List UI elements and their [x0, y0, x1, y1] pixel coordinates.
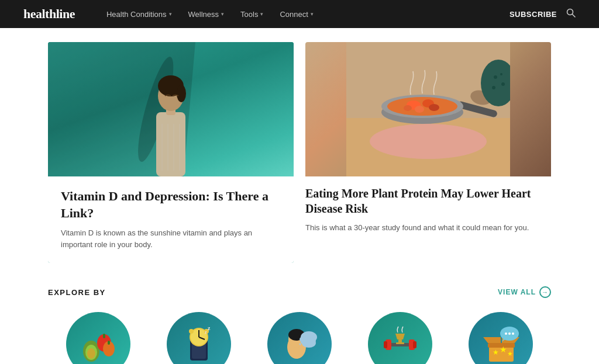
hero-section: Vitamin D and Depression: Is There a Lin… — [48, 42, 551, 263]
svg-rect-35 — [103, 334, 105, 338]
view-all-circle-icon: → — [539, 286, 551, 298]
chevron-down-icon: ▾ — [221, 11, 224, 17]
mental-health-icon — [267, 312, 332, 364]
svg-rect-3 — [156, 112, 185, 176]
featured-article-right[interactable]: Eating More Plant Protein May Lower Hear… — [305, 42, 551, 263]
svg-rect-37 — [108, 341, 110, 345]
svg-point-29 — [492, 86, 495, 89]
article-right-description: This is what a 30-year study found and w… — [305, 222, 551, 234]
svg-text:★: ★ — [507, 350, 513, 357]
svg-point-56 — [300, 344, 301, 345]
featured-article-left[interactable]: Vitamin D and Depression: Is There a Lin… — [48, 42, 294, 263]
site-logo[interactable]: healthline — [23, 6, 75, 22]
svg-rect-59 — [384, 341, 387, 348]
svg-text:z: z — [205, 330, 207, 335]
explore-title: EXPLORE BY — [48, 288, 106, 297]
svg-point-23 — [404, 105, 412, 111]
svg-point-72 — [512, 332, 514, 335]
nav-connect[interactable]: Connect ▾ — [271, 0, 321, 28]
svg-point-27 — [494, 75, 497, 79]
pan-image — [305, 42, 551, 176]
chevron-down-icon: ▾ — [260, 11, 263, 17]
category-fitness[interactable]: Fitness — [365, 312, 435, 364]
category-mental-health[interactable]: Mental Health — [264, 312, 335, 364]
article-left-description: Vitamin D is known as the sunshine vitam… — [61, 227, 281, 250]
article-right-image — [305, 42, 551, 176]
article-right-text: Eating More Plant Protein May Lower Hear… — [305, 176, 551, 234]
nav-links: Health Conditions ▾ Wellness ▾ Tools ▾ C… — [98, 0, 510, 28]
svg-point-33 — [87, 348, 95, 359]
chevron-down-icon: ▾ — [169, 11, 172, 17]
nav-wellness[interactable]: Wellness ▾ — [180, 0, 233, 28]
article-image-figure — [112, 42, 229, 176]
search-icon[interactable] — [566, 8, 576, 20]
nutrition-icon — [66, 312, 130, 364]
nav-right: SUBSCRIBE — [510, 8, 576, 20]
explore-header: EXPLORE BY VIEW ALL → — [48, 286, 551, 298]
main-content: Vitamin D and Depression: Is There a Lin… — [36, 28, 563, 364]
category-product-reviews[interactable]: ★ ★ ★ Product Reviews — [466, 312, 536, 364]
view-all-button[interactable]: VIEW ALL → — [498, 286, 551, 298]
svg-point-71 — [508, 332, 511, 335]
svg-point-14 — [370, 124, 487, 159]
category-nutrition[interactable]: Nutrition — [63, 312, 133, 364]
svg-point-30 — [500, 73, 502, 75]
article-left-image — [48, 42, 294, 176]
svg-text:z: z — [208, 325, 211, 331]
sleep-icon: z z — [167, 312, 231, 364]
nav-tools[interactable]: Tools ▾ — [232, 0, 271, 28]
svg-line-1 — [573, 15, 576, 18]
article-left-title[interactable]: Vitamin D and Depression: Is There a Lin… — [61, 188, 281, 221]
svg-point-21 — [415, 106, 424, 113]
svg-text:★: ★ — [493, 348, 499, 356]
svg-rect-61 — [413, 341, 416, 348]
categories-list: Nutrition z — [48, 312, 551, 364]
svg-point-18 — [387, 97, 457, 116]
svg-rect-63 — [396, 342, 404, 344]
svg-point-22 — [429, 104, 439, 111]
subscribe-button[interactable]: SUBSCRIBE — [510, 10, 557, 19]
category-sleep[interactable]: z z Sleep — [164, 312, 234, 364]
svg-point-28 — [501, 82, 505, 86]
article-left-text: Vitamin D and Depression: Is There a Lin… — [48, 176, 294, 263]
svg-point-7 — [177, 85, 186, 102]
svg-point-55 — [301, 341, 303, 344]
article-right-title[interactable]: Eating More Plant Protein May Lower Hear… — [305, 186, 551, 216]
nav-health-conditions[interactable]: Health Conditions ▾ — [98, 0, 180, 28]
svg-point-54 — [302, 338, 316, 348]
chevron-down-icon: ▾ — [311, 11, 314, 17]
navigation: healthline Health Conditions ▾ Wellness … — [0, 0, 599, 28]
svg-point-70 — [505, 332, 507, 335]
product-reviews-icon: ★ ★ ★ — [469, 312, 533, 364]
svg-text:★: ★ — [500, 345, 507, 354]
fitness-icon — [368, 312, 432, 364]
svg-point-44 — [189, 329, 194, 334]
